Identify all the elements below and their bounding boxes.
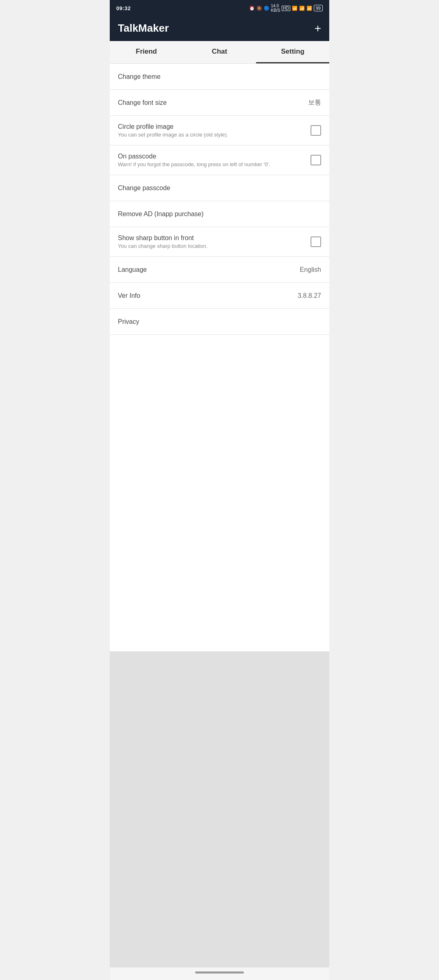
mute-icon: 🔕 (256, 6, 262, 11)
setting-item-change-font-size[interactable]: Change font size보통 (110, 90, 329, 116)
setting-item-remove-ad[interactable]: Remove AD (Inapp purchase) (110, 201, 329, 227)
home-indicator (195, 971, 244, 973)
status-bar: 09:32 ⏰ 🔕 🔵 14.0KB/S HD 📶 📶 📶 99 (110, 0, 329, 16)
setting-item-language[interactable]: LanguageEnglish (110, 257, 329, 283)
setting-item-ver-info[interactable]: Ver Info3.8.8.27 (110, 283, 329, 309)
setting-label-language: Language (118, 266, 295, 273)
setting-label-show-sharp-button: Show sharp button in front (118, 234, 306, 242)
signal-icon-1: 📶 (299, 6, 305, 11)
tab-setting[interactable]: Setting (256, 41, 329, 63)
hd-icon: HD (282, 6, 290, 11)
setting-label-on-passcode: On passcode (118, 153, 306, 160)
status-time: 09:32 (116, 5, 131, 11)
setting-value-change-font-size: 보통 (308, 98, 321, 107)
status-icons: ⏰ 🔕 🔵 14.0KB/S HD 📶 📶 📶 99 (249, 4, 323, 13)
setting-item-on-passcode[interactable]: On passcodeWarn! if you forgot the passc… (110, 145, 329, 175)
setting-item-circle-profile-image[interactable]: Circle profile imageYou can set profile … (110, 116, 329, 145)
setting-checkbox-show-sharp-button[interactable] (311, 236, 321, 247)
setting-label-privacy: Privacy (118, 318, 321, 325)
setting-label-change-font-size: Change font size (118, 99, 303, 106)
bluetooth-icon: 🔵 (264, 6, 269, 11)
alarm-icon: ⏰ (249, 6, 255, 11)
setting-content-change-theme: Change theme (118, 73, 321, 80)
data-speed: 14.0KB/S (271, 4, 280, 13)
setting-content-on-passcode: On passcodeWarn! if you forgot the passc… (118, 153, 306, 167)
setting-sublabel-circle-profile-image: You can set profile image as a circle (o… (118, 132, 306, 138)
bottom-area (110, 651, 329, 968)
setting-item-change-theme[interactable]: Change theme (110, 64, 329, 90)
setting-item-change-passcode[interactable]: Change passcode (110, 175, 329, 201)
setting-content-change-font-size: Change font size (118, 99, 303, 106)
app-title: TalkMaker (118, 22, 169, 35)
setting-value-ver-info: 3.8.8.27 (298, 292, 321, 299)
setting-sublabel-show-sharp-button: You can change sharp button location. (118, 243, 306, 249)
setting-label-circle-profile-image: Circle profile image (118, 123, 306, 130)
signal-icon-2: 📶 (306, 6, 312, 11)
setting-label-change-passcode: Change passcode (118, 184, 321, 192)
setting-label-remove-ad: Remove AD (Inapp purchase) (118, 210, 321, 218)
setting-label-ver-info: Ver Info (118, 292, 293, 299)
tab-friend[interactable]: Friend (110, 41, 183, 63)
home-indicator-bar (110, 967, 329, 980)
wifi-icon: 📶 (292, 6, 298, 11)
setting-value-language: English (300, 266, 321, 273)
setting-content-circle-profile-image: Circle profile imageYou can set profile … (118, 123, 306, 138)
setting-sublabel-on-passcode: Warn! if you forgot the passcode, long p… (118, 161, 306, 167)
setting-content-privacy: Privacy (118, 318, 321, 325)
setting-checkbox-circle-profile-image[interactable] (311, 125, 321, 136)
setting-content-show-sharp-button: Show sharp button in frontYou can change… (118, 234, 306, 249)
setting-item-show-sharp-button[interactable]: Show sharp button in frontYou can change… (110, 227, 329, 257)
battery-icon: 99 (314, 5, 323, 11)
add-button[interactable]: + (315, 23, 321, 34)
setting-item-privacy[interactable]: Privacy (110, 309, 329, 335)
setting-checkbox-on-passcode[interactable] (311, 155, 321, 165)
setting-content-language: Language (118, 266, 295, 273)
setting-content-change-passcode: Change passcode (118, 184, 321, 192)
app-header: TalkMaker + (110, 16, 329, 41)
tab-bar: Friend Chat Setting (110, 41, 329, 64)
setting-label-change-theme: Change theme (118, 73, 321, 80)
settings-list: Change themeChange font size보통Circle pro… (110, 64, 329, 651)
setting-content-remove-ad: Remove AD (Inapp purchase) (118, 210, 321, 218)
setting-content-ver-info: Ver Info (118, 292, 293, 299)
tab-chat[interactable]: Chat (183, 41, 256, 63)
